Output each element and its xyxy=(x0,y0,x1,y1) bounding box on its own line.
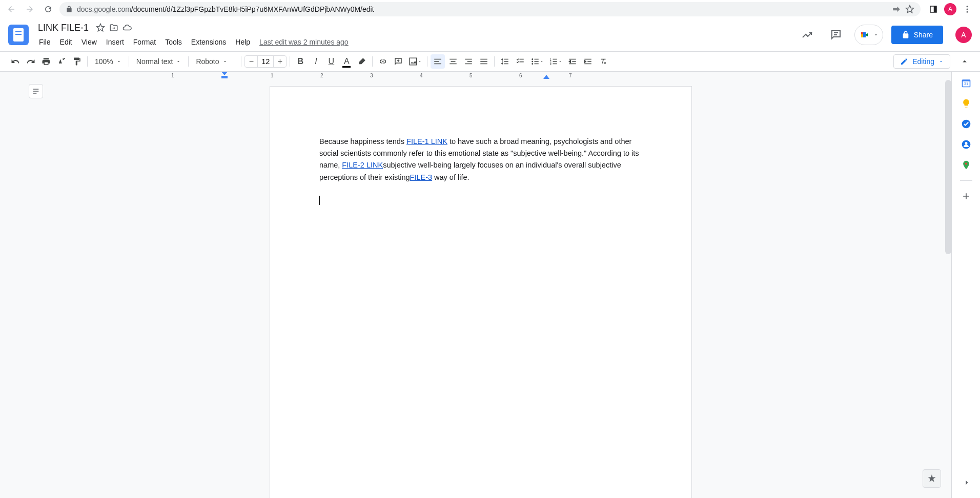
line-spacing-button[interactable] xyxy=(498,54,512,69)
docs-logo[interactable] xyxy=(8,25,29,45)
move-icon[interactable] xyxy=(109,23,118,32)
doc-text: way of life. xyxy=(432,173,469,181)
right-indent-marker[interactable] xyxy=(543,75,549,79)
zoom-select[interactable]: 100% xyxy=(91,54,126,69)
browser-profile-avatar[interactable]: A xyxy=(944,3,956,15)
svg-point-10 xyxy=(532,63,534,65)
extensions-icon[interactable] xyxy=(929,5,938,14)
scrollbar-thumb[interactable] xyxy=(945,80,951,254)
highlight-button[interactable] xyxy=(355,54,369,69)
bold-button[interactable]: B xyxy=(293,54,308,69)
horizontal-ruler[interactable]: 1 1 2 3 4 5 6 7 xyxy=(10,72,951,80)
doc-text: Because happiness tends xyxy=(319,137,406,146)
align-justify-button[interactable] xyxy=(477,54,491,69)
account-avatar[interactable]: A xyxy=(955,27,972,43)
bulleted-list-button[interactable] xyxy=(528,54,546,69)
share-url-icon[interactable] xyxy=(892,5,901,14)
svg-point-4 xyxy=(967,11,968,13)
svg-rect-1 xyxy=(934,6,936,12)
checklist-button[interactable] xyxy=(513,54,527,69)
bookmark-star-icon[interactable] xyxy=(905,5,914,14)
contacts-app-icon[interactable] xyxy=(961,139,971,150)
main-area: 1 1 2 3 4 5 6 7 Because happiness tends … xyxy=(0,72,980,498)
underline-button[interactable]: U xyxy=(324,54,338,69)
insert-link-button[interactable] xyxy=(376,54,390,69)
menu-edit[interactable]: Edit xyxy=(56,36,76,48)
activity-icon[interactable] xyxy=(797,25,818,45)
address-bar[interactable]: docs.google.com/document/d/1Zzl3pFGpzbTv… xyxy=(59,2,921,16)
redo-button[interactable] xyxy=(24,54,38,69)
share-label: Share xyxy=(914,31,933,39)
menu-extensions[interactable]: Extensions xyxy=(187,36,230,48)
last-edit-link[interactable]: Last edit was 2 minutes ago xyxy=(259,38,349,46)
menu-tools[interactable]: Tools xyxy=(161,36,186,48)
svg-point-20 xyxy=(965,142,967,144)
tasks-app-icon[interactable] xyxy=(961,119,971,129)
italic-button[interactable]: I xyxy=(309,54,323,69)
forward-button[interactable] xyxy=(23,2,37,16)
browser-toolbar: docs.google.com/document/d/1Zzl3pFGpzbTv… xyxy=(0,0,980,18)
browser-menu-icon[interactable] xyxy=(963,5,972,14)
collapse-toolbar-button[interactable] xyxy=(957,54,972,69)
document-title[interactable]: LINK FILE-1 xyxy=(35,22,92,34)
text-cursor xyxy=(319,196,320,205)
doc-link-3[interactable]: FILE-3 xyxy=(410,173,433,181)
meet-icon xyxy=(859,29,871,41)
clear-formatting-button[interactable] xyxy=(596,54,610,69)
svg-text:3: 3 xyxy=(550,63,552,66)
document-page[interactable]: Because happiness tends FILE-1 LINK to h… xyxy=(270,86,692,498)
explore-button[interactable] xyxy=(923,469,941,488)
text-color-button[interactable]: A xyxy=(339,54,354,69)
style-select[interactable]: Normal text xyxy=(132,54,186,69)
lock-icon xyxy=(902,31,910,39)
font-size-value[interactable]: 12 xyxy=(257,55,274,68)
svg-point-2 xyxy=(967,6,968,7)
undo-button[interactable] xyxy=(8,54,23,69)
vertical-ruler xyxy=(0,72,10,498)
back-button[interactable] xyxy=(4,2,18,16)
add-comment-button[interactable] xyxy=(391,54,405,69)
browser-right-icons: A xyxy=(925,3,976,15)
docs-header: LINK FILE-1 File Edit View Insert Format… xyxy=(0,18,980,51)
font-size-increase[interactable]: + xyxy=(274,55,286,68)
maps-app-icon[interactable] xyxy=(961,160,971,170)
left-indent-marker[interactable] xyxy=(221,72,228,79)
keep-app-icon[interactable] xyxy=(961,98,971,109)
align-left-button[interactable] xyxy=(431,54,445,69)
menu-view[interactable]: View xyxy=(77,36,101,48)
svg-text:31: 31 xyxy=(964,81,968,86)
hide-side-panel-button[interactable] xyxy=(962,478,972,488)
cloud-status-icon[interactable] xyxy=(122,23,132,32)
add-addon-button[interactable] xyxy=(961,191,971,201)
svg-point-3 xyxy=(967,9,968,10)
increase-indent-button[interactable] xyxy=(581,54,595,69)
align-right-button[interactable] xyxy=(461,54,476,69)
font-size-decrease[interactable]: − xyxy=(245,55,257,68)
insert-image-button[interactable] xyxy=(406,54,424,69)
page-content[interactable]: Because happiness tends FILE-1 LINK to h… xyxy=(319,136,642,207)
star-icon[interactable] xyxy=(96,23,105,32)
menu-insert[interactable]: Insert xyxy=(102,36,128,48)
menu-file[interactable]: File xyxy=(35,36,55,48)
document-scroll-area[interactable]: Because happiness tends FILE-1 LINK to h… xyxy=(10,80,951,498)
decrease-indent-button[interactable] xyxy=(565,54,580,69)
share-button[interactable]: Share xyxy=(891,26,943,44)
doc-link-1[interactable]: FILE-1 LINK xyxy=(406,137,447,146)
align-center-button[interactable] xyxy=(446,54,460,69)
menu-format[interactable]: Format xyxy=(129,36,160,48)
menu-help[interactable]: Help xyxy=(231,36,254,48)
comments-icon[interactable] xyxy=(826,25,846,45)
paint-format-button[interactable] xyxy=(70,54,84,69)
meet-button[interactable] xyxy=(854,25,883,45)
svg-point-8 xyxy=(532,58,534,60)
calendar-app-icon[interactable]: 31 xyxy=(961,78,971,88)
print-button[interactable] xyxy=(39,54,53,69)
editing-mode-button[interactable]: Editing xyxy=(893,54,950,69)
scrollbar-track[interactable] xyxy=(945,80,951,498)
font-select[interactable]: Roboto xyxy=(192,54,238,69)
reload-button[interactable] xyxy=(41,2,55,16)
svg-rect-7 xyxy=(410,58,417,65)
spellcheck-button[interactable] xyxy=(54,54,69,69)
doc-link-2[interactable]: FILE-2 LINK xyxy=(342,161,383,169)
numbered-list-button[interactable]: 123 xyxy=(547,54,564,69)
